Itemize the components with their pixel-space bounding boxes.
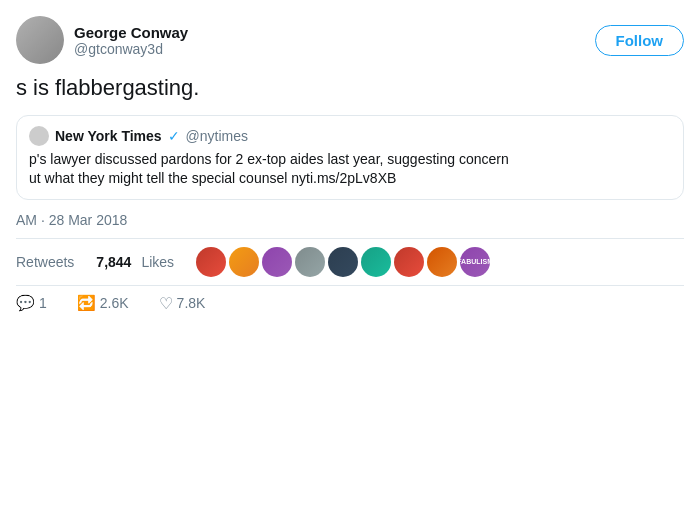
retweets-label: Retweets	[16, 254, 74, 270]
quoted-text-line1: p's lawyer discussed pardons for 2 ex-to…	[29, 151, 509, 167]
like-action[interactable]: 7.8K	[159, 294, 206, 313]
reply-icon	[16, 294, 35, 312]
like-action-count: 7.8K	[177, 295, 206, 311]
quoted-avatar	[29, 126, 49, 146]
retweet-action-count: 2.6K	[100, 295, 129, 311]
liker-avatar-1	[196, 247, 226, 277]
follow-button[interactable]: Follow	[595, 25, 685, 56]
likes-label: Likes	[141, 254, 174, 270]
user-info: George Conway @gtconway3d	[74, 24, 188, 57]
tweet-text: s is flabbergasting.	[16, 74, 684, 103]
liker-avatar-7	[394, 247, 424, 277]
likes-count: 7,844	[96, 254, 131, 270]
quoted-tweet[interactable]: New York Times ✓ @nytimes p's lawyer dis…	[16, 115, 684, 200]
actions-row: 1 2.6K 7.8K	[16, 286, 684, 321]
tweet-header: George Conway @gtconway3d Follow	[16, 16, 684, 64]
retweet-icon	[77, 294, 96, 312]
liker-avatar-8	[427, 247, 457, 277]
tweet-timestamp: AM · 28 Mar 2018	[16, 210, 684, 228]
liker-avatar-3	[262, 247, 292, 277]
liker-avatar-2	[229, 247, 259, 277]
quoted-author-name: New York Times	[55, 128, 162, 144]
verified-icon: ✓	[168, 128, 180, 144]
quoted-tweet-text: p's lawyer discussed pardons for 2 ex-to…	[29, 150, 671, 189]
avatar	[16, 16, 64, 64]
liker-avatar-4	[295, 247, 325, 277]
like-icon	[159, 294, 173, 313]
tweet-header-left: George Conway @gtconway3d	[16, 16, 188, 64]
tweet-card: George Conway @gtconway3d Follow s is fl…	[0, 0, 700, 321]
quoted-tweet-header: New York Times ✓ @nytimes	[29, 126, 671, 146]
quoted-text-line2: ut what they might tell the special coun…	[29, 170, 396, 186]
liker-avatar-5	[328, 247, 358, 277]
reply-action[interactable]: 1	[16, 294, 47, 312]
likers-avatars: FABULISM	[196, 247, 490, 277]
username: @gtconway3d	[74, 41, 188, 57]
display-name: George Conway	[74, 24, 188, 41]
retweet-action[interactable]: 2.6K	[77, 294, 129, 312]
reply-count: 1	[39, 295, 47, 311]
liker-avatar-9: FABULISM	[460, 247, 490, 277]
quoted-username: @nytimes	[186, 128, 248, 144]
liker-avatar-6	[361, 247, 391, 277]
stats-row: Retweets 7,844 Likes FABULISM	[16, 239, 684, 286]
